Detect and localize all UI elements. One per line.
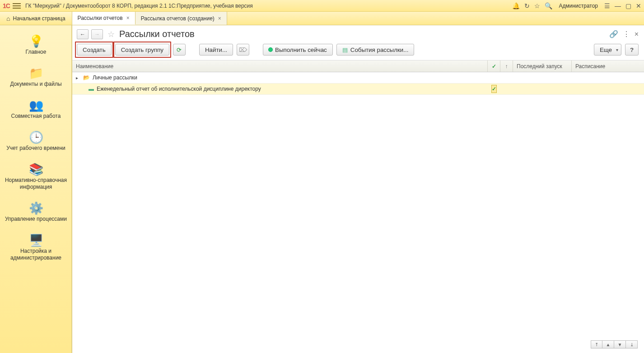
close-icon[interactable]: ×: [218, 15, 221, 22]
create-group-label: Создать группу: [121, 46, 163, 53]
search-icon[interactable]: 🔍: [545, 3, 552, 9]
close-icon[interactable]: ×: [126, 15, 130, 21]
help-label: ?: [630, 46, 634, 53]
sidebar-item-label: Нормативно-справочная информация: [2, 177, 70, 190]
col-name[interactable]: Наименование: [72, 60, 488, 72]
nav-forward-button[interactable]: →: [91, 29, 103, 39]
content-header: ← → ☆ Рассылки отчетов 🔗 ⋮ ×: [72, 25, 644, 42]
tab-reports-list[interactable]: Рассылки отчетов ×: [72, 12, 135, 25]
sidebar-item-processes[interactable]: ⚙️ Управление процессами: [0, 197, 72, 229]
item-label: Еженедельный отчет об исполнительской ди…: [97, 86, 261, 92]
gear-icon: ⚙️: [29, 200, 43, 216]
refresh-icon: ⟳: [177, 46, 182, 53]
home-tab-label: Начальная страница: [13, 15, 65, 22]
events-label: События рассылки...: [350, 46, 409, 53]
tab-bar: ⌂ Начальная страница Рассылки отчетов × …: [0, 12, 644, 25]
books-icon: 📚: [29, 162, 43, 177]
nav-last-button[interactable]: ⤓: [626, 340, 638, 348]
create-button[interactable]: Создать: [77, 44, 112, 56]
clock-icon: 🕒: [29, 130, 43, 145]
tree-toggle-icon[interactable]: ▸: [76, 75, 80, 80]
find-button[interactable]: Найти...: [199, 44, 233, 56]
group-label: Личные рассылки: [93, 74, 137, 81]
more-button[interactable]: Еще: [594, 44, 621, 56]
sidebar-item-label: Учет рабочего времени: [6, 145, 65, 152]
sidebar-item-label: Управление процессами: [5, 216, 67, 223]
sidebar-item-label: Документы и файлы: [10, 81, 61, 88]
sidebar-item-administration[interactable]: 🖥️ Настройка и администрирование: [0, 229, 72, 268]
link-icon[interactable]: 🔗: [609, 30, 618, 38]
home-icon: ⌂: [6, 15, 10, 22]
window-close[interactable]: ✕: [636, 2, 641, 9]
sidebar-item-main[interactable]: 💡 Главное: [0, 30, 72, 62]
sidebar-item-reference[interactable]: 📚 Нормативно-справочная информация: [0, 158, 72, 197]
tab-label: Рассылки отчетов: [78, 15, 123, 21]
window-titlebar: 1C ГК "Меркурий" / Документооборот 8 КОР…: [0, 0, 644, 12]
nav-down-button[interactable]: ▼: [614, 340, 626, 348]
folder-icon: 📂: [83, 74, 90, 81]
log-icon: ▤: [342, 46, 348, 53]
sidebar-item-documents[interactable]: 📁 Документы и файлы: [0, 62, 72, 94]
monitor-icon: 🖥️: [29, 232, 43, 248]
main-area: 💡 Главное 📁 Документы и файлы 👥 Совместн…: [0, 25, 644, 353]
enabled-check-icon: ✓: [491, 85, 497, 93]
run-now-button[interactable]: Выполнить сейчас: [263, 44, 333, 56]
people-icon: 👥: [29, 98, 43, 113]
sidebar-item-label: Настройка и администрирование: [2, 248, 70, 261]
history-icon[interactable]: ↻: [524, 3, 530, 9]
col-sort[interactable]: ↑: [500, 60, 513, 72]
sidebar-item-label: Главное: [26, 49, 47, 56]
clear-filter-button[interactable]: ⌦: [237, 44, 249, 56]
grid-header: Наименование ✓ ↑ Последний запуск Распис…: [72, 60, 644, 72]
sidebar-item-collaboration[interactable]: 👥 Совместная работа: [0, 94, 72, 126]
item-bullet-icon: ▬: [89, 86, 94, 92]
nav-back-button[interactable]: ←: [77, 29, 89, 39]
hamburger-icon[interactable]: [13, 3, 21, 9]
window-title: ГК "Меркурий" / Документооборот 8 КОРП, …: [25, 3, 253, 9]
bell-icon[interactable]: 🔔: [512, 3, 520, 9]
find-label: Найти...: [205, 46, 227, 53]
toolbar: Создать Создать группу ⟳ Найти... ⌦ Выпо…: [72, 42, 644, 60]
home-tab[interactable]: ⌂ Начальная страница: [0, 12, 72, 25]
create-label: Создать: [83, 46, 106, 53]
lamp-icon: 💡: [29, 33, 43, 49]
sidebar: 💡 Главное 📁 Документы и файлы 👥 Совместн…: [0, 25, 72, 353]
page-title: Рассылки отчетов: [119, 29, 195, 39]
titlebar-toolbar: 🔔 ↻ ☆ 🔍 Администратор ☰ — ▢ ✕: [512, 2, 641, 9]
window-maximize[interactable]: ▢: [625, 2, 631, 9]
sidebar-item-label: Совместная работа: [11, 113, 61, 120]
col-enabled[interactable]: ✓: [488, 60, 500, 72]
app-logo: 1C: [3, 2, 10, 9]
col-schedule[interactable]: Расписание: [572, 60, 644, 72]
content: ← → ☆ Рассылки отчетов 🔗 ⋮ × Создать Соз…: [72, 25, 644, 353]
grid: Наименование ✓ ↑ Последний запуск Распис…: [72, 60, 644, 353]
star-icon[interactable]: ☆: [534, 3, 540, 9]
filter-clear-icon: ⌦: [239, 46, 247, 53]
folder-icon: 📁: [29, 65, 43, 81]
table-row-group[interactable]: ▸ 📂 Личные рассылки: [72, 72, 644, 84]
run-dot-icon: [269, 48, 272, 51]
refresh-button[interactable]: ⟳: [173, 44, 186, 56]
nav-first-button[interactable]: ⤒: [591, 340, 602, 348]
events-button[interactable]: ▤События рассылки...: [336, 44, 415, 56]
tab-report-create[interactable]: Рассылка отчетов (создание) ×: [135, 12, 227, 25]
current-user[interactable]: Администратор: [559, 3, 598, 9]
table-row[interactable]: ▬ Еженедельный отчет об исполнительской …: [72, 84, 644, 95]
run-now-label: Выполнить сейчас: [275, 46, 327, 53]
favorite-star-icon[interactable]: ☆: [107, 29, 115, 39]
create-group-button[interactable]: Создать группу: [115, 44, 169, 56]
grid-navigator: ⤒ ▲ ▼ ⤓: [591, 340, 638, 348]
nav-up-button[interactable]: ▲: [602, 340, 614, 348]
close-panel-icon[interactable]: ×: [635, 30, 639, 38]
col-last-run[interactable]: Последний запуск: [513, 60, 572, 72]
menu-icon[interactable]: ☰: [604, 3, 610, 9]
grid-body[interactable]: ▸ 📂 Личные рассылки ▬ Еженедельный отчет…: [72, 72, 644, 353]
window-minimize[interactable]: —: [615, 2, 621, 9]
help-button[interactable]: ?: [625, 44, 639, 56]
sidebar-item-timetracking[interactable]: 🕒 Учет рабочего времени: [0, 126, 72, 158]
kebab-icon[interactable]: ⋮: [623, 30, 630, 38]
more-label: Еще: [600, 46, 612, 53]
tab-label: Рассылка отчетов (создание): [141, 15, 215, 22]
